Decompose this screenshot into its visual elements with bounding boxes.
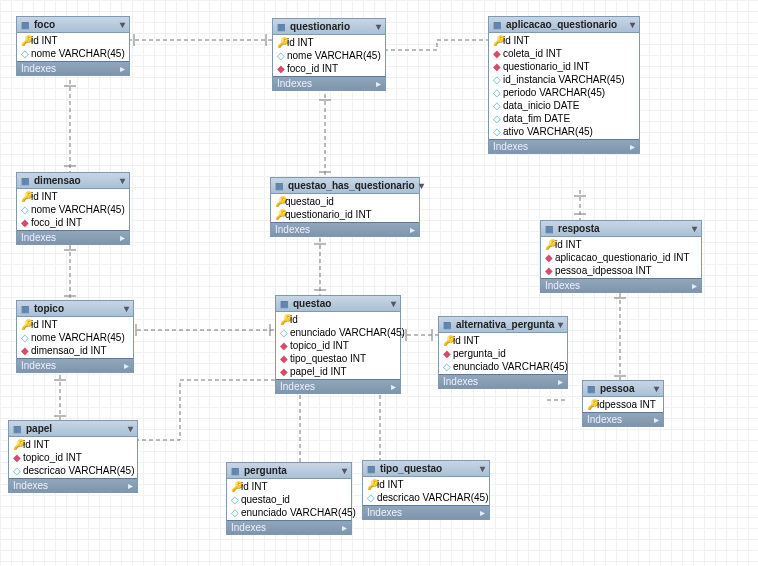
entity-questao_has_questionario[interactable]: ▦questao_has_questionario▾🔑questao_id🔑qu… bbox=[270, 177, 420, 237]
column-row: ◇descricao VARCHAR(45) bbox=[9, 464, 137, 477]
column-icon: ◇ bbox=[231, 494, 239, 505]
table-icon: ▦ bbox=[443, 320, 452, 330]
chevron-down-icon: ▾ bbox=[120, 19, 125, 30]
chevron-right-icon: ▸ bbox=[128, 480, 133, 491]
pk-icon: 🔑 bbox=[545, 239, 553, 250]
entity-header[interactable]: ▦dimensao▾ bbox=[17, 173, 129, 189]
indexes-section[interactable]: Indexes▸ bbox=[17, 230, 129, 244]
entity-header[interactable]: ▦aplicacao_questionario▾ bbox=[489, 17, 639, 33]
entity-header[interactable]: ▦pergunta▾ bbox=[227, 463, 351, 479]
entity-alternativa_pergunta[interactable]: ▦alternativa_pergunta▾🔑id INT◆pergunta_i… bbox=[438, 316, 568, 389]
entity-topico[interactable]: ▦topico▾🔑id INT◇nome VARCHAR(45)◆dimensa… bbox=[16, 300, 134, 373]
entity-header[interactable]: ▦papel▾ bbox=[9, 421, 137, 437]
chevron-down-icon: ▾ bbox=[558, 319, 563, 330]
chevron-right-icon: ▸ bbox=[120, 232, 125, 243]
entity-header[interactable]: ▦resposta▾ bbox=[541, 221, 701, 237]
table-icon: ▦ bbox=[21, 20, 30, 30]
column-def: foco_id INT bbox=[31, 217, 82, 228]
column-row: 🔑id INT bbox=[439, 334, 567, 347]
entity-header[interactable]: ▦questao_has_questionario▾ bbox=[271, 178, 419, 194]
entity-columns: 🔑id INT◇nome VARCHAR(45)◆dimensao_id INT bbox=[17, 317, 133, 358]
column-def: descricao VARCHAR(45) bbox=[23, 465, 135, 476]
entity-questao[interactable]: ▦questao▾🔑id◇enunciado VARCHAR(45)◆topic… bbox=[275, 295, 401, 394]
column-icon: ◇ bbox=[280, 327, 288, 338]
column-def: id INT bbox=[31, 191, 58, 202]
chevron-down-icon: ▾ bbox=[124, 303, 129, 314]
column-icon: ◇ bbox=[21, 204, 29, 215]
entity-papel[interactable]: ▦papel▾🔑id INT◆topico_id INT◇descricao V… bbox=[8, 420, 138, 493]
indexes-label: Indexes bbox=[21, 63, 56, 74]
indexes-label: Indexes bbox=[443, 376, 478, 387]
indexes-section[interactable]: Indexes▸ bbox=[363, 505, 489, 519]
fk-icon: ◆ bbox=[21, 217, 29, 228]
entity-header[interactable]: ▦pessoa▾ bbox=[583, 381, 663, 397]
column-row: ◆foco_id INT bbox=[273, 62, 385, 75]
column-row: ◆papel_id INT bbox=[276, 365, 400, 378]
indexes-section[interactable]: Indexes▸ bbox=[9, 478, 137, 492]
pk-icon: 🔑 bbox=[493, 35, 501, 46]
indexes-section[interactable]: Indexes▸ bbox=[541, 278, 701, 292]
entity-header[interactable]: ▦tipo_questao▾ bbox=[363, 461, 489, 477]
column-row: 🔑id INT bbox=[363, 478, 489, 491]
entity-header[interactable]: ▦topico▾ bbox=[17, 301, 133, 317]
column-def: data_fim DATE bbox=[503, 113, 570, 124]
indexes-section[interactable]: Indexes▸ bbox=[227, 520, 351, 534]
indexes-section[interactable]: Indexes▸ bbox=[583, 412, 663, 426]
entity-title: papel bbox=[26, 423, 52, 434]
entity-columns: 🔑id INT◇nome VARCHAR(45)◆foco_id INT bbox=[17, 189, 129, 230]
column-def: enunciado VARCHAR(45) bbox=[290, 327, 405, 338]
table-icon: ▦ bbox=[231, 466, 240, 476]
entity-title: pessoa bbox=[600, 383, 634, 394]
column-def: aplicacao_questionario_id INT bbox=[555, 252, 690, 263]
entity-header[interactable]: ▦questionario▾ bbox=[273, 19, 385, 35]
column-row: ◇periodo VARCHAR(45) bbox=[489, 86, 639, 99]
entity-pergunta[interactable]: ▦pergunta▾🔑id INT◇questao_id◇enunciado V… bbox=[226, 462, 352, 535]
indexes-section[interactable]: Indexes▸ bbox=[439, 374, 567, 388]
chevron-down-icon: ▾ bbox=[630, 19, 635, 30]
column-icon: ◇ bbox=[493, 113, 501, 124]
column-row: ◆questionario_id INT bbox=[489, 60, 639, 73]
column-row: ◆dimensao_id INT bbox=[17, 344, 133, 357]
indexes-section[interactable]: Indexes▸ bbox=[273, 76, 385, 90]
entity-tipo_questao[interactable]: ▦tipo_questao▾🔑id INT◇descricao VARCHAR(… bbox=[362, 460, 490, 520]
entity-questionario[interactable]: ▦questionario▾🔑id INT◇nome VARCHAR(45)◆f… bbox=[272, 18, 386, 91]
column-icon: ◇ bbox=[21, 48, 29, 59]
column-row: ◆topico_id INT bbox=[276, 339, 400, 352]
column-def: ativo VARCHAR(45) bbox=[503, 126, 593, 137]
entity-foco[interactable]: ▦foco▾🔑id INT◇nome VARCHAR(45)Indexes▸ bbox=[16, 16, 130, 76]
column-row: 🔑id INT bbox=[9, 438, 137, 451]
chevron-right-icon: ▸ bbox=[558, 376, 563, 387]
indexes-label: Indexes bbox=[280, 381, 315, 392]
table-icon: ▦ bbox=[587, 384, 596, 394]
entity-title: dimensao bbox=[34, 175, 81, 186]
indexes-section[interactable]: Indexes▸ bbox=[489, 139, 639, 153]
column-def: id INT bbox=[31, 319, 58, 330]
entity-title: topico bbox=[34, 303, 64, 314]
pk-icon: 🔑 bbox=[275, 209, 283, 220]
column-row: 🔑id INT bbox=[489, 34, 639, 47]
column-icon: ◇ bbox=[493, 100, 501, 111]
entity-header[interactable]: ▦alternativa_pergunta▾ bbox=[439, 317, 567, 333]
indexes-section[interactable]: Indexes▸ bbox=[17, 358, 133, 372]
entity-dimensao[interactable]: ▦dimensao▾🔑id INT◇nome VARCHAR(45)◆foco_… bbox=[16, 172, 130, 245]
table-icon: ▦ bbox=[367, 464, 376, 474]
entity-header[interactable]: ▦foco▾ bbox=[17, 17, 129, 33]
entity-resposta[interactable]: ▦resposta▾🔑id INT◆aplicacao_questionario… bbox=[540, 220, 702, 293]
indexes-label: Indexes bbox=[367, 507, 402, 518]
indexes-section[interactable]: Indexes▸ bbox=[276, 379, 400, 393]
chevron-down-icon: ▾ bbox=[376, 21, 381, 32]
indexes-section[interactable]: Indexes▸ bbox=[271, 222, 419, 236]
entity-columns: 🔑id◇enunciado VARCHAR(45)◆topico_id INT◆… bbox=[276, 312, 400, 379]
fk-icon: ◆ bbox=[280, 366, 288, 377]
entity-title: resposta bbox=[558, 223, 600, 234]
entity-columns: 🔑id INT◇nome VARCHAR(45) bbox=[17, 33, 129, 61]
entity-header[interactable]: ▦questao▾ bbox=[276, 296, 400, 312]
indexes-section[interactable]: Indexes▸ bbox=[17, 61, 129, 75]
entity-pessoa[interactable]: ▦pessoa▾🔑idpessoa INTIndexes▸ bbox=[582, 380, 664, 427]
column-def: dimensao_id INT bbox=[31, 345, 107, 356]
table-icon: ▦ bbox=[275, 181, 284, 191]
entity-aplicacao_questionario[interactable]: ▦aplicacao_questionario▾🔑id INT◆coleta_i… bbox=[488, 16, 640, 154]
column-def: id INT bbox=[453, 335, 480, 346]
column-def: pessoa_idpessoa INT bbox=[555, 265, 652, 276]
column-def: id_instancia VARCHAR(45) bbox=[503, 74, 625, 85]
